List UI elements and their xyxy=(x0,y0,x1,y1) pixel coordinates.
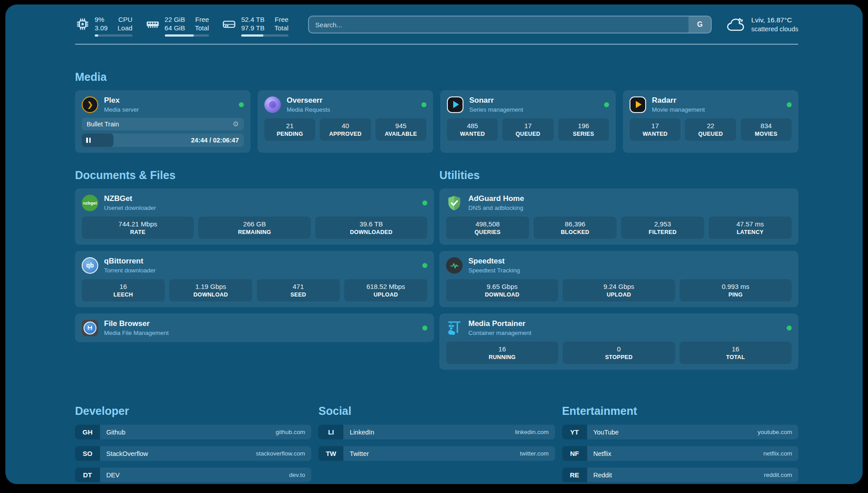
stat-label: SERIES xyxy=(560,131,607,137)
stat-value: 22 xyxy=(687,122,734,130)
app-name: Radarr xyxy=(652,96,705,105)
stat-label: TOTAL xyxy=(681,354,790,360)
memory-free-value: 22 GiB xyxy=(165,15,185,24)
stat-value: 47.57 ms xyxy=(710,220,790,228)
stat-label: APPROVED xyxy=(321,131,369,137)
stat-label: MOVIES xyxy=(743,131,790,137)
bookmark-url: dev.to xyxy=(289,472,305,478)
app-name: Overseerr xyxy=(287,96,330,105)
section-title-developer: Developer xyxy=(75,405,311,418)
memory-total-label: Total xyxy=(195,24,209,32)
app-description: Speedtest Tracking xyxy=(468,267,520,274)
app-description: Container management xyxy=(468,330,531,336)
card-speedtest[interactable]: Speedtest Speedtest Tracking 9.65 Gbps D… xyxy=(439,251,798,307)
cpu-usage-bar xyxy=(95,34,133,37)
stat-value: 40 xyxy=(321,122,369,130)
media-settings-icon[interactable] xyxy=(233,121,239,128)
memory-total-value: 64 GiB xyxy=(165,24,185,32)
card-plex[interactable]: Plex Media server Bullet Train 24:44 / 0… xyxy=(75,90,250,153)
bookmark-url: reddit.com xyxy=(764,472,792,478)
stat-tile: 0.993 ms PING xyxy=(680,279,792,301)
card-adguard[interactable]: AdGuard Home DNS and adblocking 498,508 … xyxy=(439,188,798,245)
stat-label: STOPPED xyxy=(564,354,673,360)
disk-free-value: 52.4 TB xyxy=(241,15,264,24)
bookmark-dev[interactable]: DT DEV dev.to xyxy=(75,468,311,482)
stat-tile: 744.21 Mbps RATE xyxy=(82,217,194,239)
app-name: Plex xyxy=(104,96,139,105)
app-description: Media File Management xyxy=(104,330,169,336)
bookmark-name: LinkedIn xyxy=(350,429,374,436)
stat-tile: 22 QUEUED xyxy=(685,118,736,141)
memory-metric: 22 GiB Free 64 GiB Total xyxy=(145,15,209,37)
cpu-icon xyxy=(75,17,90,32)
status-online-dot xyxy=(787,326,792,330)
stat-tile: 498,508 QUERIES xyxy=(446,217,529,239)
status-online-dot xyxy=(604,102,609,107)
playback-progress-bar[interactable]: 24:44 / 02:06:47 xyxy=(82,134,244,147)
app-name: Speedtest xyxy=(468,257,520,266)
section-title-entertainment: Entertainment xyxy=(562,405,798,418)
stat-value: 17 xyxy=(504,122,551,130)
bookmark-reddit[interactable]: RE Reddit reddit.com xyxy=(562,468,798,482)
card-nzbget[interactable]: nzbget NZBGet Usenet downloader 744.21 M… xyxy=(75,188,434,245)
stat-label: DOWNLOAD xyxy=(171,292,250,298)
stat-label: LATENCY xyxy=(710,229,790,235)
bookmark-name: Reddit xyxy=(593,472,612,479)
stat-label: WANTED xyxy=(449,131,496,137)
stat-label: FILTERED xyxy=(623,229,702,235)
bookmark-twitter[interactable]: TW Twitter twitter.com xyxy=(318,446,555,461)
status-online-dot xyxy=(239,102,244,107)
cpu-metric: 9% CPU 3.09 Load xyxy=(75,15,133,37)
search-engine-button[interactable]: G xyxy=(689,17,711,33)
stat-value: 266 GB xyxy=(200,220,309,228)
portainer-crane-icon xyxy=(446,320,463,336)
dashboard: 9% CPU 3.09 Load 22 GiB Free xyxy=(5,4,863,484)
pause-icon[interactable] xyxy=(86,138,91,143)
card-overseerr[interactable]: Overseerr Media Requests 21 PENDING 40 A… xyxy=(258,90,433,153)
stat-value: 498,508 xyxy=(448,220,527,228)
stat-value: 0 xyxy=(564,345,673,353)
card-radarr[interactable]: Radarr Movie management 17 WANTED 22 QUE… xyxy=(623,90,798,153)
stat-tile: 1.19 Gbps DOWNLOAD xyxy=(169,279,252,301)
stat-tile: 0 STOPPED xyxy=(563,342,675,364)
card-portainer[interactable]: Media Portainer Container management 16 … xyxy=(439,313,798,370)
bookmark-name: Github xyxy=(106,429,125,436)
disk-free-label: Free xyxy=(274,15,288,24)
bookmark-netflix[interactable]: NF Netflix netflix.com xyxy=(562,446,798,461)
bookmark-url: stackoverflow.com xyxy=(256,450,305,457)
nzbget-icon: nzbget xyxy=(82,195,98,211)
bookmark-url: twitter.com xyxy=(520,450,549,457)
card-sonarr[interactable]: Sonarr Series management 485 WANTED 17 Q… xyxy=(440,90,616,153)
stat-tile: 266 GB REMAINING xyxy=(198,217,310,239)
bookmark-name: StackOverflow xyxy=(106,450,148,457)
memory-usage-bar xyxy=(165,34,209,37)
top-bar: 9% CPU 3.09 Load 22 GiB Free xyxy=(75,15,798,37)
search-input[interactable] xyxy=(309,17,689,33)
bookmark-abbr: NF xyxy=(562,446,587,461)
app-name: NZBGet xyxy=(104,194,156,203)
cpu-usage-value: 9% xyxy=(95,15,108,24)
stat-value: 196 xyxy=(560,122,607,130)
bookmark-github[interactable]: GH Github github.com xyxy=(75,425,311,439)
stat-tile: 945 AVAILABLE xyxy=(376,118,426,141)
app-name: Sonarr xyxy=(469,96,523,105)
bookmark-stackoverflow[interactable]: SO StackOverflow stackoverflow.com xyxy=(75,446,311,461)
stat-label: DOWNLOAD xyxy=(448,292,556,298)
bookmark-youtube[interactable]: YT YouTube youtube.com xyxy=(562,425,798,439)
stat-value: 1.19 Gbps xyxy=(171,283,250,290)
stat-value: 39.6 TB xyxy=(317,220,426,228)
card-qbittorrent[interactable]: qb qBittorrent Torrent downloader 16 LEE… xyxy=(75,251,434,307)
documents-column: Documents & Files nzbget NZBGet Usenet d… xyxy=(75,169,434,348)
stat-tile: 485 WANTED xyxy=(447,118,498,141)
bookmark-abbr: RE xyxy=(562,468,587,482)
weather-condition: scattered clouds xyxy=(751,25,798,33)
bookmark-linkedin[interactable]: LI LinkedIn linkedin.com xyxy=(318,425,555,439)
memory-free-label: Free xyxy=(195,15,209,24)
card-filebrowser[interactable]: File Browser Media File Management xyxy=(75,313,434,342)
app-description: Torrent downloader xyxy=(104,267,156,274)
disk-usage-bar xyxy=(241,34,288,37)
app-description: Media server xyxy=(104,106,139,113)
status-online-dot xyxy=(422,326,427,330)
bookmark-group-social: Social LI LinkedIn linkedin.com TW Twitt… xyxy=(318,405,555,484)
stat-tile: 17 WANTED xyxy=(630,118,680,141)
